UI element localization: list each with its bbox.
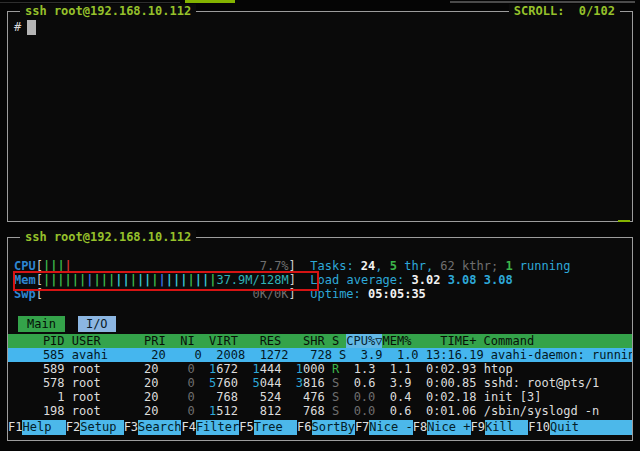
top-edge-green-artifact — [185, 0, 235, 3]
fnkey-f9[interactable]: F9 — [471, 420, 485, 435]
fnkey-f5[interactable]: F5 — [239, 420, 253, 435]
table-row[interactable]: 198 root 20 0 1512 812 768 S 0.0 0.6 0:0… — [8, 404, 632, 418]
tab-io[interactable]: I/O — [78, 316, 116, 332]
fnkey-f3[interactable]: F3 — [124, 420, 138, 435]
fnlabel-setup[interactable]: Setup — [80, 420, 123, 435]
fnlabel-tree[interactable]: Tree — [254, 420, 297, 435]
htop-pane[interactable]: ssh root@192.168.10.112 CPU[|||| 7.7%] T… — [7, 237, 633, 441]
process-table-header[interactable]: PID USER PRI NI VIRT RES SHR S CPU%▽MEM%… — [8, 334, 632, 348]
fnkey-f4[interactable]: F4 — [181, 420, 195, 435]
fnlabel-help[interactable]: Help — [22, 420, 65, 435]
table-row[interactable]: 1 root 20 0 768 524 476 S 0.0 0.4 0:02.1… — [8, 390, 632, 404]
terminal-cursor — [27, 20, 36, 35]
htop-tabs: Main I/O — [8, 316, 632, 332]
scroll-indicator: SCROLL: 0/102 — [509, 4, 620, 19]
fnkey-f10[interactable]: F10 — [528, 420, 550, 435]
fnlabel-search[interactable]: Search — [138, 420, 181, 435]
fnlabel-kill[interactable]: Kill — [485, 420, 528, 435]
fnlabel-nice-[interactable]: Nice - — [369, 420, 412, 435]
fnkey-f7[interactable]: F7 — [355, 420, 369, 435]
pane-border-green-tick — [618, 220, 630, 222]
fnlabel-sortby[interactable]: SortBy — [312, 420, 355, 435]
top-edge-line-artifact — [450, 1, 635, 3]
table-row-selected[interactable]: 585 avahi 20 0 2008 1272 728 S 3.9 1.0 1… — [8, 348, 632, 362]
fnlabel-quit[interactable]: Quit — [550, 420, 593, 435]
fnkey-f6[interactable]: F6 — [297, 420, 311, 435]
cpu-meter: CPU[|||| 7.7%] Tasks: 24, 5 thr, 62 kthr… — [8, 259, 632, 273]
tab-main[interactable]: Main — [18, 316, 65, 332]
fnlabel-filter[interactable]: Filter — [196, 420, 239, 435]
table-row[interactable]: 589 root 20 0 1672 1444 1000 R 1.3 1.1 0… — [8, 362, 632, 376]
htop-screen: CPU[|||| 7.7%] Tasks: 24, 5 thr, 62 kthr… — [8, 238, 632, 440]
table-row[interactable]: 578 root 20 0 5760 5044 3816 S 0.6 3.9 0… — [8, 376, 632, 390]
ssh-shell-pane[interactable]: ssh root@192.168.10.112 SCROLL: 0/102 # — [7, 11, 633, 222]
fnkey-f2[interactable]: F2 — [66, 420, 80, 435]
fnkey-f1[interactable]: F1 — [8, 420, 22, 435]
fnkey-f8[interactable]: F8 — [413, 420, 427, 435]
pane-title-ssh: ssh root@192.168.10.112 — [20, 4, 196, 19]
mem-meter: Mem[||||||||||||||||||||||||37.9M/128M] … — [8, 273, 632, 287]
function-key-bar[interactable]: F1Help F2Setup F3SearchF4FilterF5Tree F6… — [8, 420, 632, 435]
top-edge-line-artifact2 — [0, 2, 180, 3]
fnbar-filler — [593, 420, 632, 435]
shell-prompt: # — [14, 20, 21, 35]
fnlabel-nice-[interactable]: Nice + — [427, 420, 470, 435]
swp-meter: Swp[ 0K/0K] Uptime: 05:05:35 — [8, 287, 632, 301]
